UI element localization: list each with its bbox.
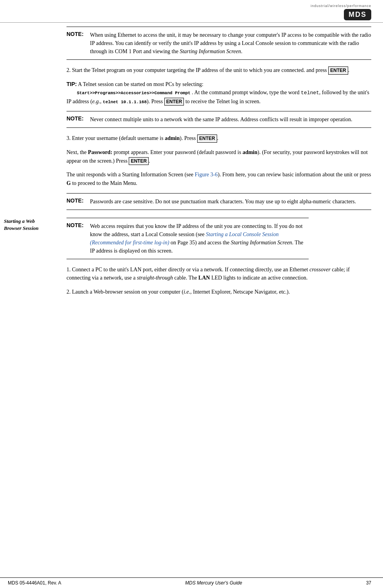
step1-text-mid2: cable. The	[173, 275, 198, 281]
web-sidebar: Starting a Web Browser Session	[4, 218, 67, 265]
tip-block: TIP: A Telnet session can be started on …	[67, 80, 371, 106]
enter-key-3: ENTER	[197, 134, 217, 143]
main-content: NOTE: When using Ethernet to access the …	[63, 23, 383, 577]
sidebar	[0, 23, 63, 577]
note1-italic: Starting Information Screen	[180, 48, 241, 54]
note-block-1: NOTE: When using Ethernet to access the …	[67, 27, 371, 60]
note-label-2: NOTE:	[67, 115, 90, 124]
pass-text-mid: prompt appears. Enter your password (def…	[112, 149, 243, 155]
note4-text-mid: on Page 35) and access the	[169, 240, 231, 246]
step3-period: .	[217, 135, 219, 141]
step1-web: 1. Connect a PC to the unit's LAN port, …	[67, 265, 371, 282]
step2-text: 2. Start the Telnet program on your comp…	[67, 67, 328, 73]
note-label-3: NOTE:	[67, 197, 90, 206]
note-content-3: Passwords are case sensitive. Do not use…	[90, 197, 371, 206]
footer-right: 37	[366, 580, 371, 586]
page-footer: MDS 05-4446A01, Rev. A MDS Mercury User'…	[0, 577, 383, 588]
page-header: industrial/wireless/performance MDS	[0, 0, 383, 23]
tip-text-mid: . At the command prompt window, type the…	[192, 90, 301, 95]
enter-key-2: ENTER	[164, 98, 184, 106]
note-content-4: Web access requires that you know the IP…	[90, 222, 309, 255]
note-block-3: NOTE: Passwords are case sensitive. Do n…	[67, 193, 371, 210]
step2-web: 2. Launch a Web-browser session on your …	[67, 288, 371, 296]
si-link[interactable]: Figure 3-6	[195, 172, 218, 177]
step1-italic2: straight-through	[137, 275, 173, 281]
step1-text-before: 1. Connect a PC to the unit's LAN port, …	[67, 267, 309, 272]
password-para: Next, the Password: prompt appears. Ente…	[67, 148, 371, 165]
step3-text-mid: ). Press	[180, 135, 197, 141]
note1-period: .	[241, 48, 243, 54]
note-content-2: Never connect multiple units to a networ…	[90, 115, 371, 124]
tip-eg: e.g.,	[92, 99, 102, 104]
logo-tagline: industrial/wireless/performance	[311, 4, 371, 8]
content-area: NOTE: When using Ethernet to access the …	[0, 23, 383, 577]
step1-italic1: crossover	[309, 267, 331, 272]
web-browser-section-wrapper: Starting a Web Browser Session NOTE: Web…	[4, 218, 309, 265]
step2-period: .	[348, 67, 350, 73]
si-key-g: G	[67, 180, 71, 186]
tip-text-after: ). Press	[147, 99, 164, 104]
tip-text-before: A Telnet session can be started on most …	[78, 81, 203, 87]
note-content-1: When using Ethernet to access the unit, …	[90, 31, 371, 56]
mds-logo: MDS	[344, 9, 371, 20]
tip-label: TIP:	[67, 81, 77, 87]
step3-para: 3. Enter your username (default username…	[67, 134, 371, 143]
note4-italic: Starting Information Screen	[231, 240, 292, 246]
sidebar-line1: Starting a Web	[4, 218, 35, 224]
step2-web-ie: i.e.,	[183, 289, 192, 295]
footer-left: MDS 05-4446A01, Rev. A	[8, 580, 61, 586]
note-block-2: NOTE: Never connect multiple units to a …	[67, 111, 371, 128]
tip-menu-path: Start>>Programs>>Accessories>>Command Pr…	[67, 91, 191, 95]
note-block-4: NOTE: Web access requires that you know …	[67, 218, 309, 259]
logo-area: industrial/wireless/performance MDS	[311, 4, 371, 20]
step1-lan: LAN	[198, 275, 210, 281]
sidebar-line2: Browser Session	[4, 225, 39, 231]
note2-text: Never connect multiple units to a networ…	[90, 117, 352, 122]
si-text-after: to proceed to the Main Menu.	[71, 180, 137, 186]
step2-web-before: 2. Launch a Web-browser session on your …	[67, 289, 183, 295]
enter-key-4: ENTER	[129, 157, 149, 165]
web-content: NOTE: Web access requires that you know …	[67, 218, 309, 265]
si-text-before: The unit responds with a Starting Inform…	[67, 172, 195, 177]
step2-web-text: Internet Explorer, Netscape Navigator, e…	[192, 289, 290, 295]
starting-info-para: The unit responds with a Starting Inform…	[67, 170, 371, 187]
note-label-4: NOTE:	[67, 222, 90, 255]
note-label-1: NOTE:	[67, 31, 90, 56]
pass-period: .	[149, 158, 150, 164]
sidebar-label-web: Starting a Web Browser Session	[4, 218, 63, 232]
step1-text-after: LED lights to indicate an active connect…	[210, 275, 308, 281]
pass-prompt: Password:	[88, 149, 112, 155]
footer-center: MDS Mercury User's Guide	[185, 580, 242, 586]
page: industrial/wireless/performance MDS NOTE…	[0, 0, 383, 588]
step3-username: admin	[165, 135, 180, 141]
step3-text-before: 3. Enter your username (default username…	[67, 135, 165, 141]
enter-key-1: ENTER	[328, 66, 348, 75]
pass-default: admin	[243, 149, 257, 155]
step2-telnet: 2. Start the Telnet program on your comp…	[67, 66, 371, 75]
tip-telnet-word: telnet	[301, 90, 319, 96]
tip-text-end: to receive the Telnet log in screen.	[184, 99, 260, 104]
note3-text: Passwords are case sensitive. Do not use…	[90, 199, 356, 204]
tip-ip-example: telnet 10.1.1.168	[103, 100, 147, 104]
si-text-mid: ). From here, you can review basic infor…	[218, 172, 371, 177]
pass-text-before: Next, the	[67, 149, 88, 155]
